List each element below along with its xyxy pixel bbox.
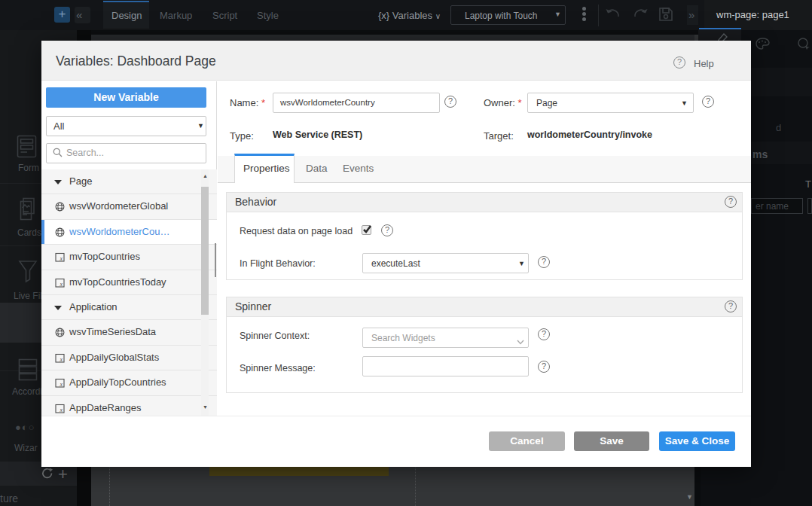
- svg-text:x: x: [60, 255, 63, 262]
- svg-text:x: x: [60, 381, 63, 388]
- svg-text:x: x: [60, 281, 63, 288]
- svg-text:x: x: [60, 356, 63, 363]
- svg-text:x: x: [60, 407, 63, 413]
